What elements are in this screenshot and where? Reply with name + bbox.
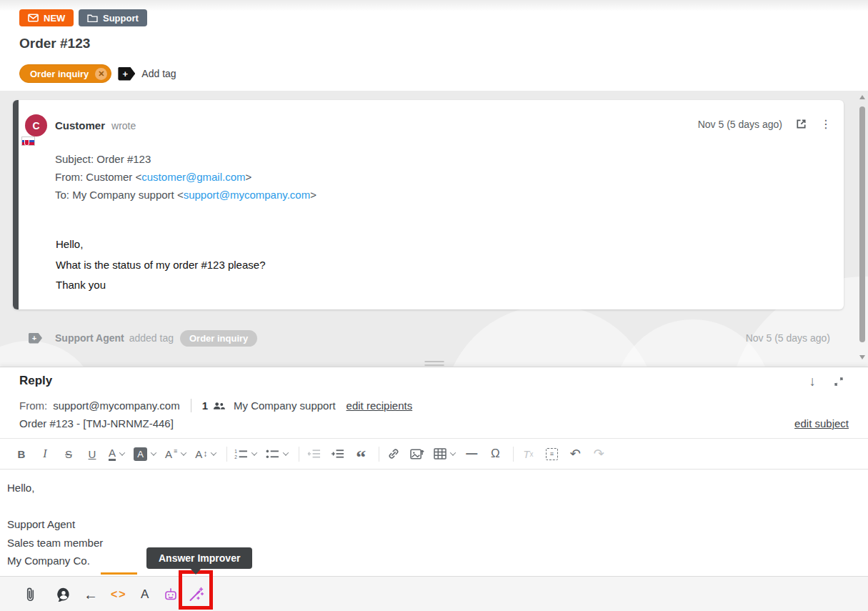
font-family-button[interactable]: A ≡	[165, 444, 186, 464]
new-ticket-button[interactable]: NEW	[19, 9, 74, 26]
toolbar-divider	[299, 447, 299, 462]
body-line: Hello,	[56, 234, 266, 255]
message-accent-bar	[13, 100, 19, 309]
insert-image-button[interactable]	[410, 444, 424, 464]
insert-link-button[interactable]	[386, 444, 401, 464]
svg-text:1: 1	[234, 449, 237, 454]
to-email-link[interactable]: support@mycompany.com	[184, 189, 311, 201]
scroll-down-icon[interactable]	[859, 355, 865, 359]
kebab-menu-icon[interactable]: ⋮	[820, 119, 832, 130]
department-button[interactable]: Support	[79, 9, 147, 26]
divider	[191, 399, 191, 412]
email-from-line: From: Customer <customer@gmail.com>	[55, 168, 316, 186]
editor-line	[7, 497, 861, 516]
undo-button[interactable]: ↶	[568, 444, 582, 464]
add-tag-label[interactable]: Add tag	[141, 68, 176, 79]
canned-messages-button[interactable]	[56, 577, 71, 611]
outdent-button	[306, 444, 321, 464]
background-color-button[interactable]: A	[134, 444, 156, 464]
remove-tag-icon[interactable]: ✕	[95, 68, 107, 80]
attach-file-button[interactable]	[26, 577, 35, 611]
scrollbar-thumb[interactable]	[859, 106, 865, 342]
reply-editor[interactable]: Hello, Support Agent Sales team member M…	[0, 470, 868, 576]
open-in-new-window-icon[interactable]	[795, 118, 807, 130]
tag-order-inquiry[interactable]: Order inquiry ✕	[19, 64, 111, 83]
strikethrough-button[interactable]: S	[61, 444, 76, 464]
avatar: C	[25, 114, 47, 136]
message-author: Customer	[55, 119, 105, 131]
drag-indicator	[101, 572, 137, 575]
chevron-down-icon	[181, 449, 186, 455]
horizontal-line-button[interactable]: —	[464, 444, 479, 464]
email-headers: Subject: Order #123 From: Customer <cust…	[55, 150, 316, 204]
body-line: What is the status of my order #123 plea…	[56, 255, 266, 276]
robot-icon	[164, 587, 178, 602]
event-tag-badge: Order inquiry	[180, 330, 257, 347]
body-line: Thank you	[56, 275, 266, 296]
editor-line: Sales team member	[7, 534, 861, 552]
ai-assistant-button[interactable]	[164, 577, 178, 611]
bold-button[interactable]: B	[14, 444, 29, 464]
italic-button[interactable]: I	[38, 444, 52, 464]
answer-improver-button[interactable]	[187, 577, 204, 611]
event-date: Nov 5 (5 days ago)	[746, 332, 830, 344]
tag-added-icon: +	[29, 333, 42, 344]
toolbar-divider	[513, 447, 514, 462]
collapse-reply-icon[interactable]: ↓	[809, 374, 817, 388]
reply-bottom-toolbar: ← <> A Cancel Send	[0, 576, 868, 611]
edit-recipients-link[interactable]: edit recipients	[346, 399, 413, 412]
quote-reply-button[interactable]: ←	[84, 577, 98, 611]
chevron-down-icon	[211, 449, 216, 455]
reply-from-row: From: support@mycompany.com 1 My Company…	[19, 399, 412, 412]
ticket-thread: C Customer wrote Nov 5 (5 days ago) ⋮ Su…	[0, 91, 868, 367]
special-character-button[interactable]: Ω	[488, 444, 502, 464]
svg-text:2: 2	[234, 454, 237, 460]
tag-row: Order inquiry ✕ + Add tag	[19, 64, 176, 83]
page-title: Order #123	[19, 36, 90, 51]
resize-handle[interactable]	[424, 361, 444, 366]
scroll-up-icon[interactable]	[859, 95, 865, 99]
reply-title: Reply	[19, 374, 52, 388]
chat-person-icon	[56, 587, 71, 602]
select-all-button[interactable]: ≡	[544, 444, 559, 464]
add-tag-icon[interactable]: +	[118, 67, 135, 81]
message-action: wrote	[111, 120, 136, 131]
folder-icon	[87, 14, 98, 22]
html-source-button[interactable]: <>	[111, 577, 127, 611]
font-size-button[interactable]: A ↕	[195, 444, 216, 464]
message-header: Customer wrote	[55, 119, 136, 131]
ticket-header: NEW Support Order #123 Order inquiry ✕ +…	[0, 0, 868, 91]
font-color-button[interactable]: A	[109, 444, 124, 464]
recipient-count: 1	[202, 399, 208, 412]
expand-icon[interactable]	[833, 376, 844, 387]
formatting-toolbar: B I S U A A A ≡ A ↕	[0, 438, 868, 470]
reply-from-email[interactable]: support@mycompany.com	[53, 399, 180, 412]
event-author: Support Agent	[55, 332, 124, 344]
envelope-icon	[28, 14, 39, 22]
bullet-list-button[interactable]	[266, 444, 288, 464]
edit-subject-link[interactable]: edit subject	[794, 417, 849, 429]
new-ticket-label: NEW	[44, 13, 65, 24]
indent-button[interactable]	[330, 444, 344, 464]
ordered-list-button[interactable]: 12	[234, 444, 256, 464]
toolbar-divider	[379, 447, 379, 462]
email-subject-line: Subject: Order #123	[55, 150, 316, 168]
recipients-icon	[213, 402, 225, 410]
blockquote-button[interactable]: “	[354, 444, 368, 464]
paperclip-icon	[26, 587, 35, 603]
insert-table-button[interactable]	[434, 444, 455, 464]
thread-scrollbar[interactable]	[858, 91, 867, 367]
chevron-down-icon	[151, 449, 156, 455]
email-body: Hello, What is the status of my order #1…	[56, 234, 266, 296]
reply-panel-actions: ↓	[809, 374, 845, 388]
from-email-link[interactable]: customer@gmail.com	[141, 171, 245, 183]
event-action: added tag	[129, 332, 174, 344]
text-format-button[interactable]: A	[141, 577, 149, 611]
toolbar-divider	[226, 447, 227, 462]
email-to-line: To: My Company support <support@mycompan…	[55, 186, 316, 204]
ticket-view: NEW Support Order #123 Order inquiry ✕ +…	[0, 0, 868, 611]
editor-line: Hello,	[7, 479, 861, 497]
reply-subject[interactable]: Order #123 - [TMJ-NRNMZ-446]	[19, 417, 174, 429]
answer-improver-tooltip: Answer Improver	[146, 547, 252, 569]
underline-button[interactable]: U	[85, 444, 99, 464]
